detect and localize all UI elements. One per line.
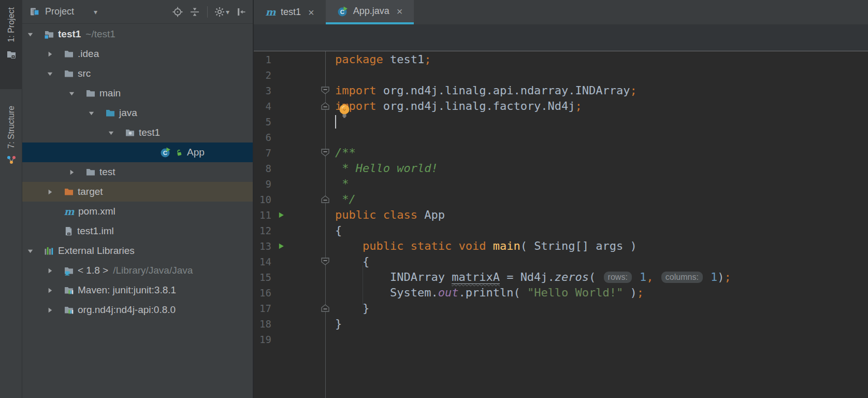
code-line-10[interactable]: 10 */ [254,192,868,207]
code-line-1[interactable]: 1package test1; [254,52,868,67]
locate-icon[interactable] [172,7,183,17]
chevron-down-icon[interactable] [88,109,95,117]
code-line-8[interactable]: 8 * Hello world! [254,161,868,176]
line-number[interactable]: 9 [255,176,271,192]
code-text: INDArray matrixA = Nd4j.zeros( rows: 1, … [335,269,731,285]
chevron-right-icon[interactable] [46,50,54,58]
chevron-down-icon[interactable] [26,247,34,255]
tab-app-java[interactable]: CApp.java× [326,0,414,24]
line-number[interactable]: 15 [255,269,271,285]
chevron-right-icon[interactable] [46,188,54,196]
chevron-right-icon[interactable] [46,267,54,275]
hide-panel-icon[interactable] [236,7,247,17]
chevron-down-icon[interactable] [68,90,76,97]
line-number[interactable]: 19 [255,332,271,347]
tree-item-label: java [119,107,137,119]
code-line-7[interactable]: 7/** [254,145,868,161]
code-line-11[interactable]: 11public class App [254,207,868,223]
collapse-all-icon[interactable] [190,7,200,17]
tree-row-app[interactable]: CApp [22,143,253,162]
tree-row-test[interactable]: test [22,162,253,182]
close-icon[interactable]: × [308,7,314,18]
settings-icon[interactable] [214,7,225,17]
panel-title[interactable]: Project [45,6,74,17]
tree-row-external-libraries[interactable]: External Libraries [22,241,253,261]
toolbar-divider [207,6,208,18]
run-icon[interactable] [278,211,285,219]
line-number[interactable]: 13 [255,238,271,254]
tree-row-java[interactable]: java [22,103,253,123]
tree-row-test1[interactable]: test1~/test1 [22,24,253,44]
tree-row-org-nd4j-nd4j-api-0-8-0[interactable]: org.nd4j:nd4j-api:0.8.0 [22,300,253,320]
chevron-down-icon[interactable]: ▾ [226,8,229,16]
editor-tab-bar: mtest1×CApp.java× [254,0,868,24]
chevron-right-icon[interactable] [68,168,76,176]
code-line-16[interactable]: 16 System.out.println( "Hello World!" ); [254,285,868,301]
line-number[interactable]: 10 [255,192,271,207]
code-text: /** [335,145,356,161]
run-icon[interactable] [278,243,285,250]
line-number[interactable]: 17 [255,301,271,316]
tree-row-test1-iml[interactable]: test1.iml [22,221,253,241]
tree-row-src[interactable]: src [22,64,253,83]
tree-item-label: test [99,166,115,178]
tree-row-target[interactable]: target [22,182,253,202]
code-line-15[interactable]: 15 INDArray matrixA = Nd4j.zeros( rows: … [254,269,868,285]
code-line-19[interactable]: 19 [254,332,868,347]
tree-row-idea[interactable]: .idea [22,44,253,64]
fold-end-icon[interactable] [321,195,329,203]
line-number[interactable]: 11 [255,207,271,223]
line-number[interactable]: 3 [255,83,271,98]
line-number[interactable]: 14 [255,254,271,269]
intention-bulb-icon[interactable] [338,104,351,118]
line-number[interactable]: 1 [255,52,271,67]
fold-end-icon[interactable] [321,102,329,110]
tree-row-maven-junit-junit-3-8-1[interactable]: Maven: junit:junit:3.8.1 [22,280,253,300]
chevron-down-icon[interactable] [46,70,54,78]
fold-end-icon[interactable] [321,304,329,312]
fold-start-icon[interactable] [321,149,329,157]
line-number[interactable]: 4 [255,98,271,114]
chevron-right-icon[interactable] [46,287,54,294]
folder-source-icon [105,108,115,118]
tree-item-label: test1 [139,127,160,138]
line-number[interactable]: 18 [255,316,271,332]
code-line-9[interactable]: 9 * [254,176,868,192]
code-line-6[interactable]: 6 [254,130,868,145]
line-number[interactable]: 12 [255,223,271,238]
fold-start-icon[interactable] [321,258,329,265]
tool-button-project[interactable]: 1: Project [0,0,22,89]
chevron-down-icon[interactable] [107,129,115,137]
close-icon[interactable]: × [397,6,403,17]
chevron-right-icon[interactable] [46,306,54,314]
code-line-3[interactable]: 3import org.nd4j.linalg.api.ndarray.INDA… [254,83,868,98]
tree-row-main[interactable]: main [22,83,253,103]
code-line-12[interactable]: 12{ [254,223,868,238]
line-number[interactable]: 7 [255,145,271,161]
chevron-down-icon[interactable] [26,31,34,38]
line-number[interactable]: 8 [255,161,271,176]
code-text: } [335,316,342,332]
tool-button-structure[interactable]: 7: Structure [0,98,22,184]
code-line-14[interactable]: 14 { [254,254,868,269]
line-number[interactable]: 16 [255,285,271,301]
tree-item-label: External Libraries [58,245,135,257]
code-line-13[interactable]: 13 public static void main( String[] arg… [254,238,868,254]
code-line-18[interactable]: 18} [254,316,868,332]
chevron-down-icon[interactable]: ▾ [94,8,97,16]
line-number[interactable]: 5 [255,114,271,130]
tree-row-test1[interactable]: test1 [22,123,253,143]
tool-button-project-label: 1: Project [7,7,16,42]
code-line-17[interactable]: 17 } [254,301,868,316]
code-line-2[interactable]: 2 [254,67,868,83]
tree-row-pom-xml[interactable]: mpom.xml [22,202,253,221]
tab-test1[interactable]: mtest1× [254,0,326,24]
svg-text:C: C [163,150,167,156]
tree-row-1-8[interactable]: < 1.8 >/Library/Java/Java [22,261,253,280]
line-number[interactable]: 6 [255,130,271,145]
code-editor[interactable]: 1package test1;23import org.nd4j.linalg.… [254,52,868,398]
fold-start-icon[interactable] [321,87,329,94]
line-number[interactable]: 2 [255,67,271,83]
class-icon: C [337,6,349,17]
code-text: * [335,176,349,192]
